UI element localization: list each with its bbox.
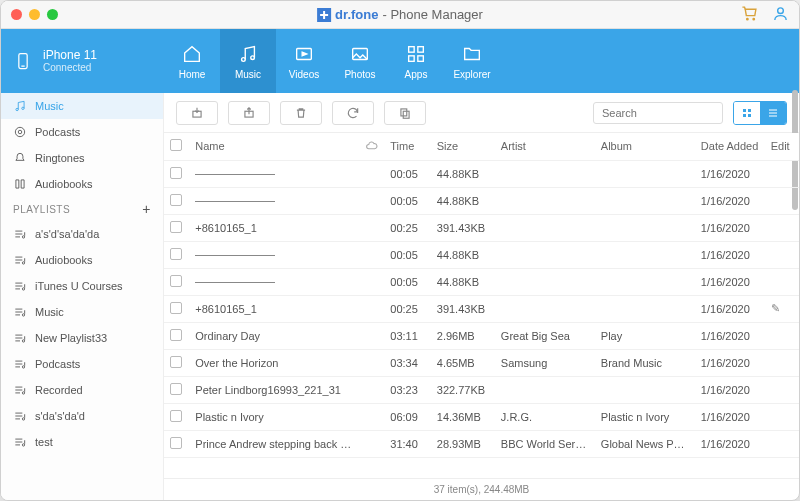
cell-name xyxy=(189,241,359,268)
cell-time: 00:25 xyxy=(384,295,430,322)
nav-photos[interactable]: Photos xyxy=(332,29,388,93)
playlist-item[interactable]: Podcasts xyxy=(1,351,163,377)
header-date[interactable]: Date Added xyxy=(695,133,765,160)
table-row[interactable]: Over the Horizon03:344.65MBSamsungBrand … xyxy=(164,349,799,376)
cell-date: 1/16/2020 xyxy=(695,268,765,295)
export-button[interactable] xyxy=(228,101,270,125)
cell-size: 44.88KB xyxy=(431,160,495,187)
playlist-item[interactable]: Music xyxy=(1,299,163,325)
svg-point-14 xyxy=(22,107,24,109)
maximize-window-button[interactable] xyxy=(47,9,58,20)
list-view-button[interactable] xyxy=(760,102,786,124)
header-checkbox[interactable] xyxy=(164,133,189,160)
import-button[interactable] xyxy=(176,101,218,125)
table-row[interactable]: Prince Andrew stepping back fro...31:402… xyxy=(164,430,799,457)
table-row[interactable]: 00:0544.88KB1/16/2020 xyxy=(164,187,799,214)
table-row[interactable]: +8610165_100:25391.43KB1/16/2020 xyxy=(164,214,799,241)
grid-view-button[interactable] xyxy=(734,102,760,124)
delete-button[interactable] xyxy=(280,101,322,125)
playlist-item[interactable]: iTunes U Courses xyxy=(1,273,163,299)
cell-album xyxy=(595,214,695,241)
nav-label: Apps xyxy=(405,69,428,80)
playlist-item[interactable]: s'da's'da'd xyxy=(1,403,163,429)
add-playlist-button[interactable]: + xyxy=(142,201,151,217)
sidebar-item-podcasts[interactable]: Podcasts xyxy=(1,119,163,145)
playlist-item[interactable]: a's'd'sa'da'da xyxy=(1,221,163,247)
row-checkbox[interactable] xyxy=(170,275,182,287)
nav-videos[interactable]: Videos xyxy=(276,29,332,93)
row-checkbox[interactable] xyxy=(170,302,182,314)
row-checkbox[interactable] xyxy=(170,221,182,233)
table-row[interactable]: 00:0544.88KB1/16/2020 xyxy=(164,160,799,187)
sidebar-item-music[interactable]: Music xyxy=(1,93,163,119)
svg-point-5 xyxy=(242,57,246,61)
header-name[interactable]: Name xyxy=(189,133,359,160)
table-row[interactable]: Peter Lindborg16993_221_3103:23322.77KB1… xyxy=(164,376,799,403)
row-checkbox[interactable] xyxy=(170,329,182,341)
header-size[interactable]: Size xyxy=(431,133,495,160)
row-checkbox[interactable] xyxy=(170,437,182,449)
svg-rect-10 xyxy=(418,46,424,52)
playlist-item[interactable]: test xyxy=(1,429,163,455)
cell-album xyxy=(595,187,695,214)
row-checkbox[interactable] xyxy=(170,167,182,179)
svg-rect-11 xyxy=(409,55,415,61)
row-checkbox[interactable] xyxy=(170,383,182,395)
row-checkbox[interactable] xyxy=(170,194,182,206)
row-checkbox[interactable] xyxy=(170,356,182,368)
svg-point-0 xyxy=(747,18,748,19)
row-checkbox[interactable] xyxy=(170,248,182,260)
cell-size: 391.43KB xyxy=(431,295,495,322)
table-row[interactable]: 00:0544.88KB1/16/2020 xyxy=(164,268,799,295)
header-artist[interactable]: Artist xyxy=(495,133,595,160)
cell-size: 44.88KB xyxy=(431,268,495,295)
cell-time: 31:40 xyxy=(384,430,430,457)
cell-time: 03:23 xyxy=(384,376,430,403)
cell-name xyxy=(189,268,359,295)
table-row[interactable]: Plastic n Ivory06:0914.36MBJ.R.G.Plastic… xyxy=(164,403,799,430)
sidebar-item-audiobooks[interactable]: Audiobooks xyxy=(1,171,163,197)
nav-music[interactable]: Music xyxy=(220,29,276,93)
user-icon[interactable] xyxy=(772,5,789,25)
minimize-window-button[interactable] xyxy=(29,9,40,20)
app-title: dr.fone - Phone Manager xyxy=(317,7,483,22)
close-window-button[interactable] xyxy=(11,9,22,20)
playlist-label: s'da's'da'd xyxy=(35,410,85,422)
sidebar: MusicPodcastsRingtonesAudiobooksPLAYLIST… xyxy=(1,93,164,500)
refresh-button[interactable] xyxy=(332,101,374,125)
header-time[interactable]: Time xyxy=(384,133,430,160)
cart-icon[interactable] xyxy=(741,5,758,25)
svg-rect-57 xyxy=(743,109,746,112)
subtitle-text: - Phone Manager xyxy=(382,7,482,22)
nav-explorer[interactable]: Explorer xyxy=(444,29,500,93)
nav-label: Explorer xyxy=(453,69,490,80)
table-row[interactable]: Ordinary Day03:112.96MBGreat Big SeaPlay… xyxy=(164,322,799,349)
playlist-label: iTunes U Courses xyxy=(35,280,123,292)
header-album[interactable]: Album xyxy=(595,133,695,160)
nav-apps[interactable]: Apps xyxy=(388,29,444,93)
cell-size: 44.88KB xyxy=(431,241,495,268)
cell-time: 00:05 xyxy=(384,187,430,214)
track-table-wrap[interactable]: Name Time Size Artist Album Date Added E… xyxy=(164,133,799,478)
header-cloud[interactable] xyxy=(359,133,384,160)
row-checkbox[interactable] xyxy=(170,410,182,422)
device-info[interactable]: iPhone 11 Connected xyxy=(1,29,164,93)
edit-icon[interactable]: ✎ xyxy=(771,302,780,314)
sidebar-item-ringtones[interactable]: Ringtones xyxy=(1,145,163,171)
nav-home[interactable]: Home xyxy=(164,29,220,93)
dedupe-button[interactable] xyxy=(384,101,426,125)
svg-point-13 xyxy=(16,108,18,110)
svg-point-44 xyxy=(22,392,24,394)
playlist-item[interactable]: Recorded xyxy=(1,377,163,403)
cell-artist xyxy=(495,160,595,187)
playlist-label: a's'd'sa'da'da xyxy=(35,228,99,240)
table-row[interactable]: +8610165_100:25391.43KB1/16/2020✎ xyxy=(164,295,799,322)
search-input[interactable] xyxy=(593,102,723,124)
cell-date: 1/16/2020 xyxy=(695,430,765,457)
cell-album: Play xyxy=(595,322,695,349)
svg-point-36 xyxy=(22,340,24,342)
playlist-item[interactable]: Audiobooks xyxy=(1,247,163,273)
header-edit[interactable]: Edit xyxy=(765,133,799,160)
table-row[interactable]: 00:0544.88KB1/16/2020 xyxy=(164,241,799,268)
playlist-item[interactable]: New Playlist33 xyxy=(1,325,163,351)
